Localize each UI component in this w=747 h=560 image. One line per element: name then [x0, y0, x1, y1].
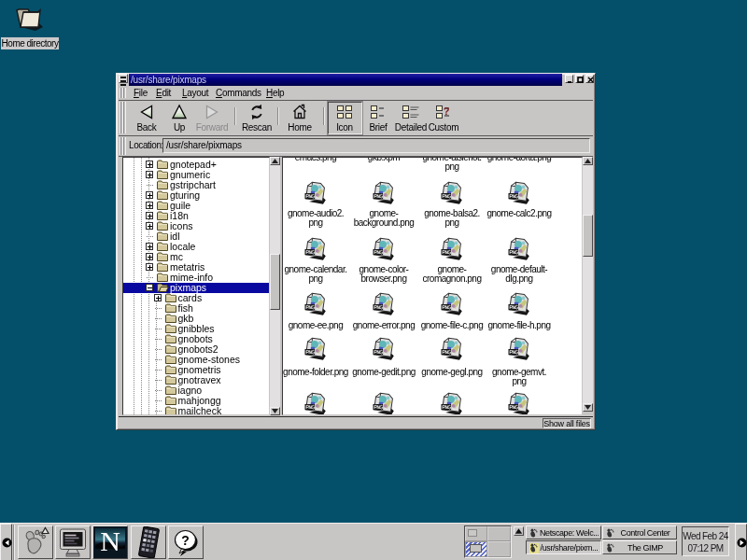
svg-text:N: N: [100, 526, 120, 556]
svg-text:?: ?: [181, 533, 190, 548]
svg-text:?: ?: [444, 105, 450, 117]
